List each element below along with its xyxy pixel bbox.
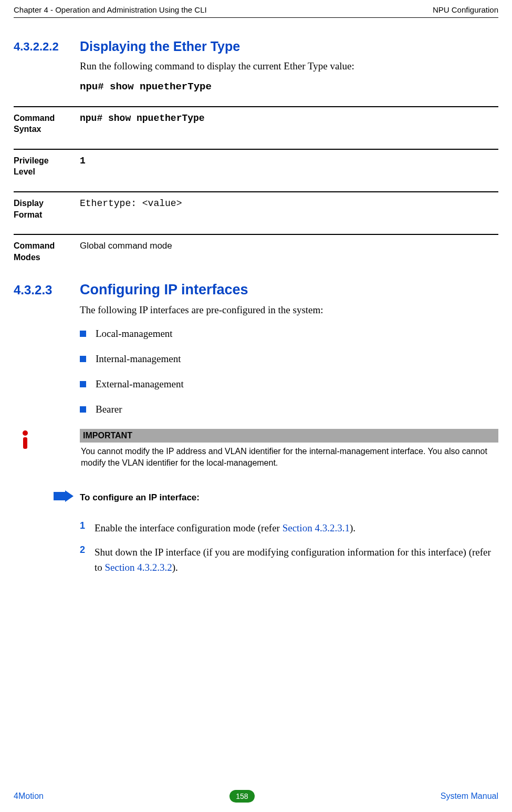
bullet-item: Local-management <box>80 328 498 340</box>
bullet-item: Internal-management <box>80 353 498 365</box>
step-text: Shut down the IP interface (if you are m… <box>95 544 498 575</box>
def-row: Display Format Ethertype: <value> <box>14 191 498 234</box>
def-label: Command Syntax <box>14 112 80 135</box>
svg-point-0 <box>23 430 28 436</box>
intro-text: The following IP interfaces are pre-conf… <box>80 303 498 317</box>
page-number-badge: 158 <box>229 790 254 803</box>
command-line: npu# show npuetherType <box>80 81 498 92</box>
bullet-list: Local-management Internal-management Ext… <box>80 328 498 415</box>
section-number: 4.3.2.2.2 <box>14 39 80 54</box>
def-label: Privilege Level <box>14 155 80 178</box>
def-value: Ethertype: <value> <box>80 198 182 220</box>
numbered-list: 1 Enable the interface configuration mod… <box>80 520 498 575</box>
important-body: You cannot modify the IP address and VLA… <box>80 443 498 471</box>
header-left: Chapter 4 - Operation and Administration… <box>14 5 207 14</box>
step-number: 1 <box>80 520 95 536</box>
def-row: Privilege Level 1 <box>14 149 498 191</box>
svg-rect-1 <box>23 437 27 449</box>
important-icon <box>14 429 80 471</box>
list-item: 2 Shut down the IP interface (if you are… <box>80 544 498 575</box>
footer-left: 4Motion <box>14 792 44 801</box>
def-value: Global command mode <box>80 240 172 263</box>
page-header: Chapter 4 - Operation and Administration… <box>0 0 512 17</box>
procedure-title: To configure an IP interface: <box>80 492 200 503</box>
bullet-text: Bearer <box>96 404 122 415</box>
content-area: 4.3.2.2.2 Displaying the Ether Type Run … <box>0 39 512 575</box>
def-value: 1 <box>80 155 86 178</box>
procedure-heading: To configure an IP interface: <box>54 490 498 505</box>
list-item: 1 Enable the interface configuration mod… <box>80 520 498 536</box>
bullet-text: Internal-management <box>96 353 181 365</box>
bullet-icon <box>80 406 86 413</box>
def-label: Display Format <box>14 198 80 220</box>
header-rule <box>14 17 498 18</box>
step-text: Enable the interface configuration mode … <box>95 520 356 536</box>
header-right: NPU Configuration <box>433 5 498 14</box>
bullet-icon <box>80 381 86 387</box>
page-footer: 4Motion 158 System Manual <box>0 790 512 803</box>
important-content: IMPORTANT You cannot modify the IP addre… <box>80 429 498 471</box>
def-row: Command Syntax npu# show npuetherType <box>14 106 498 149</box>
section-body: Run the following command to display the… <box>80 59 498 92</box>
bullet-icon <box>80 356 86 362</box>
intro-text: Run the following command to display the… <box>80 59 498 74</box>
svg-marker-2 <box>54 490 74 502</box>
def-value: npu# show npuetherType <box>80 112 205 135</box>
definition-table: Command Syntax npu# show npuetherType Pr… <box>14 106 498 277</box>
important-label: IMPORTANT <box>80 429 498 443</box>
cross-reference-link[interactable]: Section 4.3.2.3.2 <box>105 562 172 573</box>
def-row: Command Modes Global command mode <box>14 234 498 276</box>
section-title: Configuring IP interfaces <box>80 282 248 298</box>
section-number: 4.3.2.3 <box>14 282 80 298</box>
step-number: 2 <box>80 544 95 575</box>
bullet-text: Local-management <box>96 328 173 340</box>
def-label: Command Modes <box>14 240 80 263</box>
section-heading: 4.3.2.3 Configuring IP interfaces <box>14 282 498 298</box>
section-body: The following IP interfaces are pre-conf… <box>80 303 498 415</box>
bullet-text: External-management <box>96 378 184 390</box>
bullet-item: External-management <box>80 378 498 390</box>
arrow-icon <box>54 490 74 505</box>
section-title: Displaying the Ether Type <box>80 39 240 54</box>
footer-right: System Manual <box>441 792 498 801</box>
important-callout: IMPORTANT You cannot modify the IP addre… <box>14 429 498 471</box>
bullet-item: Bearer <box>80 404 498 415</box>
cross-reference-link[interactable]: Section 4.3.2.3.1 <box>283 522 350 533</box>
section-heading: 4.3.2.2.2 Displaying the Ether Type <box>14 39 498 54</box>
bullet-icon <box>80 331 86 337</box>
